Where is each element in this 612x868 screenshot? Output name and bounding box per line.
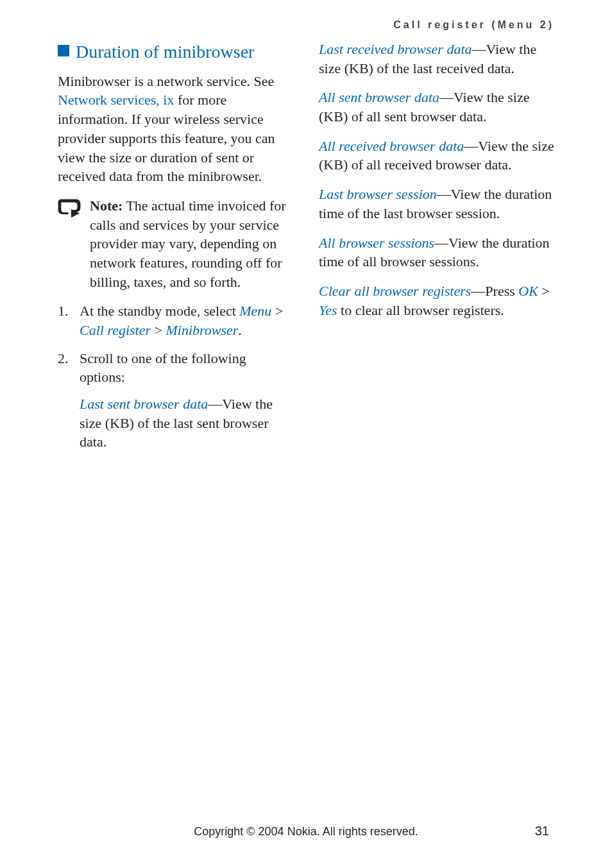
left-column: Duration of minibrowser Minibrowser is a… [58, 40, 293, 461]
network-services-link[interactable]: Network services, ix [58, 92, 174, 108]
heading-bullet-icon [58, 45, 69, 56]
step-2: 2. Scroll to one of the following option… [58, 349, 293, 452]
step1-post: . [238, 322, 242, 338]
menu-path-call-register: Call register [80, 322, 151, 338]
opt-clear-ok: OK [518, 283, 538, 299]
two-column-layout: Duration of minibrowser Minibrowser is a… [58, 40, 554, 461]
step-1-number: 1. [58, 302, 73, 339]
opt-all-recv: All received browser data—View the size … [319, 137, 554, 174]
intro-pre: Minibrowser is a network service. See [58, 73, 274, 89]
menu-path-menu: Menu [239, 303, 271, 319]
step-2-number: 2. [58, 349, 73, 452]
note-block: Note: The actual time invoiced for calls… [58, 196, 293, 291]
step1-pre: At the standby mode, select [80, 303, 239, 319]
menu-path-minibrowser: Minibrowser [166, 322, 238, 338]
running-header: Call register (Menu 2) [58, 19, 554, 31]
opt-last-session: Last browser session—View the duration t… [319, 185, 554, 223]
step-2-body: Scroll to one of the following options: … [80, 349, 293, 452]
opt-clear: Clear all browser registers—Press OK > Y… [319, 282, 554, 319]
note-text: Note: The actual time invoiced for calls… [90, 196, 293, 291]
step-1-body: At the standby mode, select Menu > Call … [80, 302, 293, 339]
opt-clear-pre: —Press [471, 283, 518, 299]
step2-text: Scroll to one of the following options: [80, 350, 246, 386]
page-number: 31 [535, 824, 549, 838]
gt2: > [151, 322, 166, 338]
opt-clear-yes: Yes [319, 302, 337, 318]
opt-last-sent: Last sent browser data—View the size (KB… [80, 395, 293, 452]
opt-clear-label: Clear all browser registers [319, 283, 471, 299]
note-arrow-icon [58, 199, 82, 219]
opt-all-sessions: All browser sessions—View the duration t… [319, 234, 554, 271]
opt-all-sent-label: All sent browser data [319, 89, 439, 105]
opt-all-recv-label: All received browser data [319, 138, 464, 154]
step-1: 1. At the standby mode, select Menu > Ca… [58, 302, 293, 339]
opt-all-sessions-label: All browser sessions [319, 235, 434, 251]
section-heading: Duration of minibrowser [58, 40, 293, 64]
heading-text: Duration of minibrowser [76, 40, 254, 64]
note-label: Note: [90, 198, 123, 214]
opt-all-sent: All sent browser data—View the size (KB)… [319, 88, 554, 126]
copyright-footer: Copyright © 2004 Nokia. All rights reser… [0, 825, 612, 838]
right-column: Last received browser data—View the size… [319, 40, 554, 461]
opt-last-sent-label: Last sent browser data [80, 396, 208, 412]
opt-last-session-label: Last browser session [319, 186, 437, 202]
opt-clear-post: to clear all browser registers. [337, 302, 504, 318]
intro-paragraph: Minibrowser is a network service. See Ne… [58, 72, 293, 186]
gt1: > [271, 303, 283, 319]
opt-last-recv: Last received browser data—View the size… [319, 40, 554, 78]
opt-last-recv-label: Last received browser data [319, 41, 472, 57]
opt-clear-gt: > [538, 283, 550, 299]
